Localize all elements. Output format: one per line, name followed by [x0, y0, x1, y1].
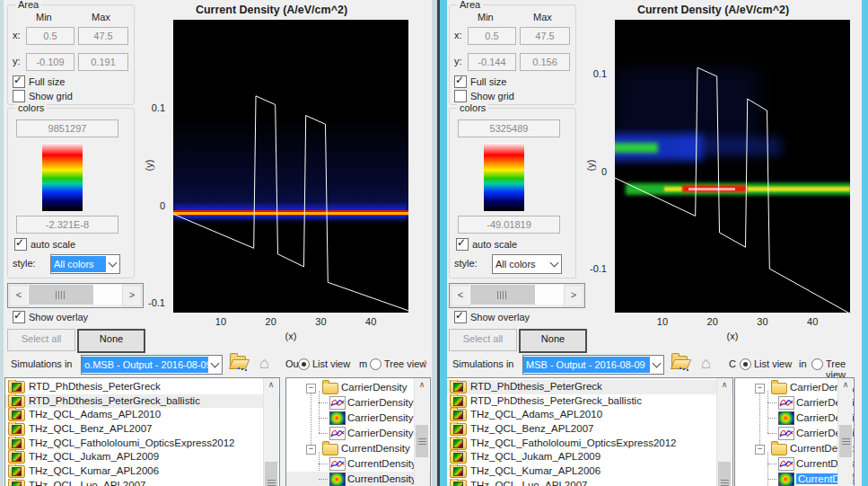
- file-list-scrollbar[interactable]: ∧: [263, 378, 278, 486]
- list-item[interactable]: RTD_PhDthesis_PeterGreck: [447, 380, 732, 394]
- show-grid-checkbox[interactable]: ✓: [454, 90, 467, 102]
- open-folder-icon[interactable]: [671, 356, 689, 367]
- list-item[interactable]: THz_QCL_Kumar_APL2006: [447, 464, 732, 479]
- show-overlay-checkbox[interactable]: ✓: [454, 311, 467, 323]
- list-item[interactable]: THz_QCL_Luo_APL2007: [5, 479, 279, 486]
- y-max-field[interactable]: 0.156: [520, 53, 570, 71]
- style-select[interactable]: All colors: [50, 254, 120, 274]
- x-max-field[interactable]: 47.5: [520, 27, 570, 45]
- pan-scrollbar-thumb[interactable]: [29, 285, 93, 305]
- scroll-left-button[interactable]: <: [9, 285, 29, 306]
- dataset-tree[interactable]: −CarrierDensityCarrierDensityCarrierDens…: [285, 377, 431, 486]
- home-icon[interactable]: ⌂: [701, 356, 711, 370]
- tree-scrollbar[interactable]: ∧: [414, 378, 429, 486]
- tree-folder[interactable]: −CurrentDensity: [286, 441, 430, 456]
- tree-folder[interactable]: −CarrierDensity: [735, 380, 854, 395]
- list-item[interactable]: RTD_PhDthesis_PeterGreck_ballistic: [447, 394, 732, 409]
- scrollbar-thumb[interactable]: [416, 425, 428, 457]
- collapse-icon[interactable]: −: [755, 445, 765, 455]
- file-list-scrollbar[interactable]: ∧: [716, 378, 732, 486]
- tree-item[interactable]: CarrierDensity: [735, 411, 854, 426]
- scroll-left-button[interactable]: <: [451, 285, 470, 306]
- none-button[interactable]: None: [77, 329, 145, 353]
- tree-item[interactable]: CurrentDensity: [735, 456, 854, 472]
- list-item[interactable]: THz_QCL_Fathololoumi_OpticsExpress2012: [5, 437, 279, 451]
- chevron-down-icon[interactable]: [208, 356, 222, 374]
- scrollbar-thumb[interactable]: [265, 462, 277, 486]
- x-min-field[interactable]: 0.5: [468, 27, 516, 45]
- list-item[interactable]: THz_QCL_Adams_APL2010: [5, 408, 279, 422]
- home-icon[interactable]: ⌂: [259, 356, 269, 370]
- simulations-select[interactable]: o.MSB - Output - 2016-08-09: [81, 355, 223, 375]
- list-item[interactable]: THz_QCL_Kumar_APL2006: [5, 464, 279, 479]
- none-button[interactable]: None: [519, 329, 587, 353]
- list-item[interactable]: THz_QCL_Benz_APL2007: [5, 422, 279, 437]
- simulation-file-list[interactable]: RTD_PhDthesis_PeterGreckRTD_PhDthesis_Pe…: [446, 377, 733, 486]
- tree-view-radio[interactable]: [811, 358, 823, 370]
- color-max-field[interactable]: 5325489: [458, 119, 560, 137]
- chevron-down-icon[interactable]: [650, 356, 663, 374]
- list-item[interactable]: THz_QCL_Jukam_APL2009: [447, 450, 732, 464]
- open-folder-icon[interactable]: [230, 356, 248, 367]
- tree-view-radio[interactable]: [370, 358, 381, 370]
- simulations-select[interactable]: MSB - Output - 2016-08-09: [522, 355, 664, 375]
- full-size-checkbox[interactable]: ✓: [13, 75, 25, 88]
- collapse-icon[interactable]: −: [755, 384, 765, 393]
- style-select[interactable]: All colors: [492, 254, 562, 274]
- list-item[interactable]: RTD_PhDthesis_PeterGreck_ballistic: [5, 394, 279, 409]
- full-size-checkbox[interactable]: ✓: [454, 75, 467, 88]
- list-item[interactable]: THz_QCL_Jukam_APL2009: [5, 450, 279, 464]
- list-item[interactable]: THz_QCL_Benz_APL2007: [447, 422, 732, 437]
- scroll-up-button[interactable]: ∧: [717, 378, 732, 392]
- color-min-field[interactable]: -2.321E-8: [16, 216, 118, 234]
- pan-scrollbar-thumb[interactable]: [470, 285, 535, 305]
- tree-item[interactable]: CurrentDensity: [286, 472, 430, 486]
- x-max-field[interactable]: 47.5: [78, 27, 128, 45]
- simulation-file-list[interactable]: RTD_PhDthesis_PeterGreckRTD_PhDthesis_Pe…: [4, 377, 280, 486]
- y-min-field[interactable]: -0.109: [26, 53, 75, 71]
- color-max-field[interactable]: 9851297: [16, 119, 118, 137]
- list-item[interactable]: THz_QCL_Luo_APL2007: [447, 479, 732, 486]
- tree-item[interactable]: CarrierDensity: [735, 426, 854, 441]
- tree-item[interactable]: CurrentDensity: [735, 472, 854, 486]
- pan-scrollbar-track[interactable]: [28, 285, 123, 305]
- show-overlay-checkbox[interactable]: ✓: [13, 311, 25, 323]
- auto-scale-checkbox[interactable]: ✓: [456, 238, 469, 251]
- show-grid-checkbox[interactable]: ✓: [13, 90, 25, 102]
- y-max-field[interactable]: 0.191: [78, 53, 128, 71]
- y-min-field[interactable]: -0.144: [468, 53, 516, 71]
- list-item[interactable]: THz_QCL_Fathololoumi_OpticsExpress2012: [447, 437, 732, 451]
- pan-scrollbar-track[interactable]: [469, 285, 565, 305]
- list-item[interactable]: THz_QCL_Adams_APL2010: [447, 408, 732, 422]
- scroll-up-button[interactable]: ∧: [838, 378, 853, 392]
- color-min-field[interactable]: -49.01819: [458, 216, 560, 234]
- scrollbar-thumb[interactable]: [718, 462, 731, 486]
- select-all-button[interactable]: Select all: [7, 329, 75, 351]
- pan-scrollbar[interactable]: < >: [7, 283, 144, 308]
- tree-item[interactable]: CurrentDensity: [286, 456, 430, 472]
- collapse-icon[interactable]: −: [306, 384, 316, 393]
- select-all-button[interactable]: Select all: [449, 329, 517, 351]
- collapse-icon[interactable]: −: [306, 445, 316, 455]
- list-item[interactable]: RTD_PhDthesis_PeterGreck: [5, 380, 279, 394]
- list-view-radio[interactable]: [298, 358, 310, 370]
- heatmap-plot[interactable]: [173, 20, 408, 313]
- tree-item[interactable]: CarrierDensity: [286, 426, 430, 441]
- x-min-field[interactable]: 0.5: [26, 27, 75, 45]
- chevron-down-icon[interactable]: [548, 255, 561, 273]
- scroll-up-button[interactable]: ∧: [415, 378, 429, 392]
- tree-folder[interactable]: −CarrierDensity: [286, 380, 430, 395]
- tree-item[interactable]: CarrierDensity: [735, 395, 854, 411]
- tree-item[interactable]: CarrierDensity: [286, 411, 430, 426]
- scroll-up-button[interactable]: ∧: [264, 378, 278, 392]
- dataset-tree[interactable]: −CarrierDensityCarrierDensityCarrierDens…: [734, 377, 855, 486]
- tree-scrollbar[interactable]: ∧: [837, 378, 853, 486]
- heatmap-plot[interactable]: [615, 20, 850, 313]
- list-view-radio[interactable]: [740, 358, 751, 370]
- tree-folder[interactable]: −CurrentDensity: [735, 441, 854, 456]
- pan-scrollbar[interactable]: < >: [449, 283, 585, 308]
- scrollbar-thumb[interactable]: [839, 425, 852, 457]
- tree-item[interactable]: CarrierDensity: [286, 395, 430, 411]
- chevron-down-icon[interactable]: [106, 255, 119, 273]
- auto-scale-checkbox[interactable]: ✓: [14, 238, 27, 251]
